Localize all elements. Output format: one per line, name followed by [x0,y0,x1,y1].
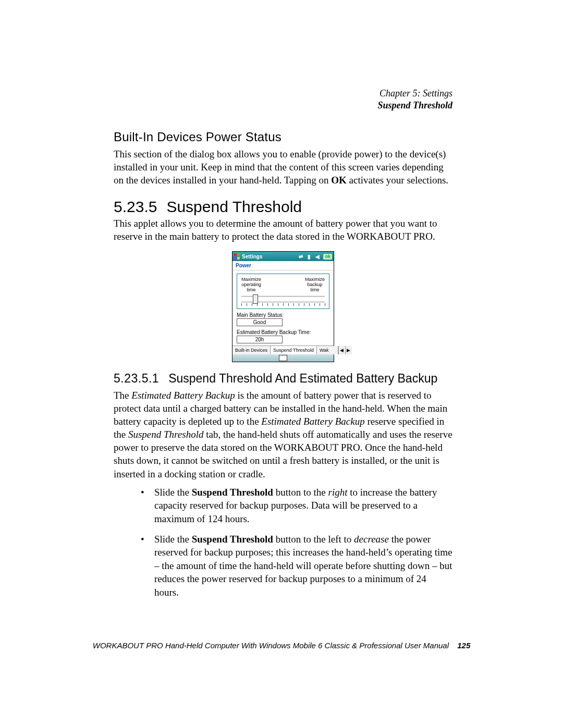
connectivity-icon[interactable]: ⇄ [298,253,304,260]
settings-window: Settings ⇄ ▮ ◀ ok Power Maximizeoperatin… [232,251,334,362]
list-item: Slide the Suspend Threshold button to th… [141,486,452,525]
heading-suspend-threshold: 5.23.5Suspend Threshold [114,198,452,216]
window-title: Settings [242,254,262,260]
heading-text: Suspend Threshold [166,198,302,215]
tab-scroll-left[interactable]: ◀ [338,346,345,354]
tab-scroll-right[interactable]: ▶ [345,346,352,354]
header-chapter: Chapter 5: Settings [114,88,452,100]
subheading-number: 5.23.5.1 [114,372,159,385]
slider-left-label: Maximizeoperatingtime [239,277,263,293]
suspend-threshold-slider[interactable] [241,296,325,302]
list-item: Slide the Suspend Threshold button to th… [141,533,452,599]
start-icon[interactable] [234,253,240,260]
slider-ticks [241,303,325,306]
para-builtin-devices: This section of the dialog box allows yo… [114,147,452,187]
power-panel: Maximizeoperatingtime Maximizebackuptime… [232,270,334,346]
running-header: Chapter 5: Settings Suspend Threshold [114,88,452,111]
heading-number: 5.23.5 [114,198,157,215]
tab-strip: Built-in DevicesSuspend ThresholdWak◀▶ [232,346,334,354]
slider-group: Maximizeoperatingtime Maximizebackuptime [237,274,329,309]
volume-icon[interactable]: ◀ [314,253,321,260]
tab-built-in-devices[interactable]: Built-in Devices [232,346,271,354]
slider-thumb[interactable] [253,294,258,304]
footer-text: WORKABOUT PRO Hand-Held Computer With Wi… [93,641,449,650]
heading-estimated-backup: 5.23.5.1Suspend Threshold And Estimated … [114,372,452,386]
backup-time-group: Estimated Battery Backup Time: 20h [237,329,329,343]
main-battery-label: Main Battery Status: [237,312,329,318]
tab-suspend-threshold[interactable]: Suspend Threshold [271,346,317,354]
heading-builtin-devices: Built-In Devices Power Status [114,130,452,144]
ok-button[interactable]: ok [323,253,333,260]
page-number: 125 [457,641,470,650]
main-battery-value: Good [237,318,283,326]
bullet-list: Slide the Suspend Threshold button to th… [141,486,452,599]
window-titlebar: Settings ⇄ ▮ ◀ ok [232,252,334,261]
header-topic: Suspend Threshold [114,100,452,112]
subheading-text: Suspend Threshold And Estimated Battery … [168,372,437,385]
slider-right-label: Maximizebackuptime [303,277,327,293]
backup-time-label: Estimated Battery Backup Time: [237,329,329,335]
signal-icon[interactable]: ▮ [306,253,312,260]
page-footer: WORKABOUT PRO Hand-Held Computer With Wi… [0,641,563,650]
applet-title: Power [232,261,334,270]
tab-wak[interactable]: Wak [317,346,338,354]
para-suspend-intro: This applet allows you to determine the … [114,217,452,243]
manual-page: Chapter 5: Settings Suspend Threshold Bu… [0,0,563,728]
soft-key-bar [232,354,334,362]
para-estimated-backup: The Estimated Battery Backup is the amou… [114,389,452,480]
screenshot-figure: Settings ⇄ ▮ ◀ ok Power Maximizeoperatin… [114,251,452,362]
main-battery-group: Main Battery Status: Good [237,312,329,326]
backup-time-value: 20h [237,336,283,343]
keyboard-icon[interactable] [279,355,287,361]
